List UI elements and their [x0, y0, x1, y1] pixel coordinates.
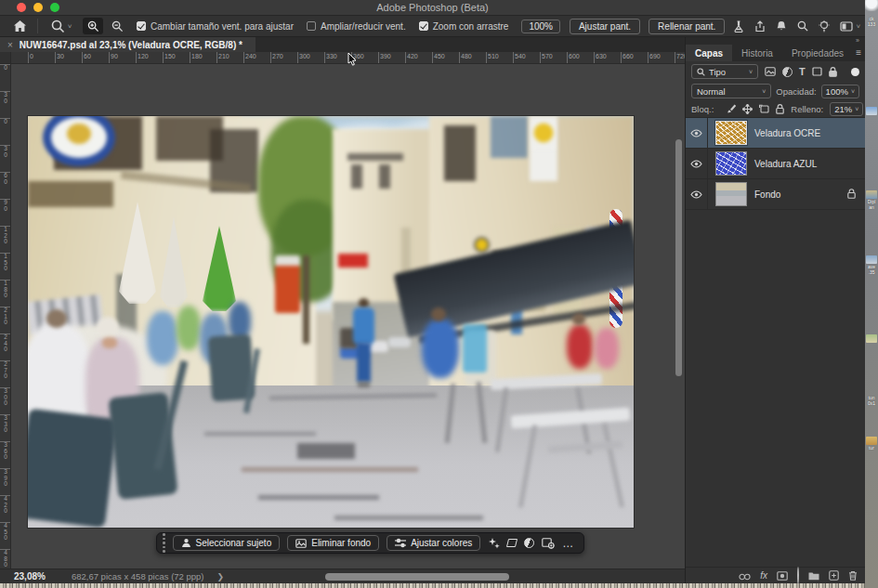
panel-menu-icon[interactable]: ≡ [856, 48, 861, 58]
layer-name[interactable]: Veladura OCRE [754, 128, 820, 138]
filter-pixel-layers-icon[interactable] [765, 67, 776, 76]
layer-name[interactable]: Veladura AZUL [754, 159, 817, 169]
vertical-ruler[interactable]: 03 003 06 09 01 2 01 5 01 8 02 1 02 4 02… [0, 52, 11, 568]
scrubby-zoom-checkbox[interactable]: Zoom con arrastre [419, 21, 509, 32]
ruler-label: 660 [622, 53, 634, 59]
checkbox-checked [419, 21, 428, 31]
ruler-label: 480 [461, 53, 472, 59]
share-icon[interactable] [754, 20, 766, 33]
home-button[interactable] [9, 18, 30, 34]
more-options-icon[interactable]: … [562, 537, 574, 550]
taskbar-drag-handle[interactable] [163, 533, 165, 553]
ruler-label: 270 [272, 53, 283, 59]
filter-shape-layers-icon[interactable] [812, 67, 822, 76]
ruler-label: 2 4 0 [2, 334, 9, 353]
filter-type-select[interactable]: Tipo ˅ [691, 64, 758, 79]
ruler-label: 630 [596, 53, 607, 59]
search-icon [697, 68, 705, 76]
lock-pixels-brush-icon[interactable] [727, 104, 736, 114]
fill-value[interactable]: 21%˅ [830, 102, 863, 116]
titlebar: Adobe Photoshop (Beta) [0, 0, 865, 15]
visibility-eye-icon[interactable] [686, 149, 708, 178]
close-document-icon[interactable]: × [7, 40, 13, 50]
document-title: NUW16647.psd al 23,1% (Veladura OCRE, RG… [20, 40, 242, 50]
zoom-percentage-field[interactable]: 100% [521, 20, 560, 33]
desktop-file-label: .35 [866, 269, 877, 275]
blend-mode-select[interactable]: Normal ˅ [691, 84, 771, 98]
ruler-label: 0 [2, 119, 9, 125]
transform-icon[interactable] [507, 539, 517, 547]
delete-layer-trash-icon[interactable] [848, 568, 858, 584]
desktop-edge-strip: ck133 Diplan ave.35 tun0x1 tur [865, 0, 878, 588]
ruler-label: 3 9 0 [2, 469, 9, 488]
zoom-in-button[interactable] [83, 18, 103, 34]
zoom-out-button[interactable] [107, 18, 127, 34]
ruler-label: 6 0 [2, 173, 9, 185]
layer-row-veladura-ocre[interactable]: Veladura OCRE [686, 118, 865, 149]
status-zoom-level[interactable]: 23,08% [14, 571, 46, 581]
filter-smart-objects-icon[interactable] [829, 67, 837, 77]
select-subject-button[interactable]: Seleccionar sujeto [173, 535, 281, 551]
zoom-all-windows-checkbox[interactable]: Ampliar/reducir vent. [307, 21, 406, 32]
desktop-file-label: 0x1 [866, 400, 877, 406]
canvas-image[interactable] [28, 116, 634, 528]
sliders-icon [395, 538, 406, 548]
notifications-bell-icon[interactable] [776, 20, 787, 33]
new-group-icon[interactable] [808, 568, 819, 584]
layer-name[interactable]: Fondo [754, 189, 780, 200]
ruler-label: 420 [407, 53, 418, 59]
ruler-label: 120 [138, 53, 149, 59]
harmonize-image-icon[interactable] [542, 538, 555, 549]
filter-pin-toggle[interactable] [851, 68, 859, 76]
collapse-panels-icon[interactable]: » [686, 37, 865, 45]
ruler-label: 3 0 [2, 146, 9, 158]
tab-properties[interactable]: Propiedades [782, 45, 853, 61]
link-layers-icon[interactable] [739, 568, 751, 584]
zoom-tool-button[interactable]: ˅ [46, 18, 77, 34]
adjustment-icon[interactable] [524, 538, 534, 548]
lock-all-icon[interactable] [776, 104, 784, 114]
layer-style-fx-icon[interactable]: fx [760, 570, 767, 581]
tab-history[interactable]: Historia [732, 45, 782, 61]
status-chevron-icon[interactable]: ❯ [217, 572, 225, 581]
visibility-eye-icon[interactable] [686, 118, 708, 148]
layer-lock-icon [847, 186, 856, 203]
layer-thumbnail[interactable] [715, 151, 747, 176]
document-tab[interactable]: × NUW16647.psd al 23,1% (Veladura OCRE, … [0, 37, 256, 52]
fit-screen-button[interactable]: Ajustar pant. [570, 19, 640, 34]
discover-lightbulb-icon[interactable] [819, 20, 830, 33]
remove-background-button[interactable]: Eliminar fondo [287, 535, 379, 551]
search-icon[interactable] [797, 20, 808, 32]
layer-row-veladura-azul[interactable]: Veladura AZUL [686, 149, 865, 179]
ruler-label: 720 [676, 53, 685, 59]
filter-type-layers-icon[interactable]: T [799, 66, 806, 77]
lock-position-icon[interactable] [742, 104, 753, 114]
layer-row-fondo[interactable]: Fondo [686, 179, 865, 210]
add-layer-mask-icon[interactable] [777, 568, 788, 584]
beta-flask-icon[interactable] [733, 20, 744, 33]
horizontal-scrollbar[interactable] [325, 573, 509, 581]
tab-layers[interactable]: Capas [686, 45, 732, 61]
fill-screen-button[interactable]: Rellenar pant. [649, 19, 725, 34]
visibility-eye-icon[interactable] [686, 179, 708, 209]
new-adjustment-layer-icon[interactable] [797, 568, 799, 584]
opacity-value[interactable]: 100%˅ [821, 85, 859, 98]
lock-artboard-icon[interactable] [759, 104, 769, 113]
fill-label: Relleno: [791, 104, 823, 114]
new-layer-icon[interactable] [829, 568, 839, 584]
workspace-switcher-icon[interactable]: ˅ [840, 21, 860, 32]
resize-windows-to-fit-checkbox[interactable]: Cambiar tamaño vent. para ajustar [137, 21, 294, 32]
generative-sparkle-icon[interactable] [488, 537, 500, 549]
adjust-colors-button[interactable]: Ajustar colores [387, 535, 480, 551]
ruler-origin-corner[interactable] [0, 52, 11, 64]
ruler-label: 600 [569, 53, 580, 59]
filter-adjustment-layers-icon[interactable] [782, 67, 793, 77]
blend-mode-row: Normal ˅ Opacidad: 100%˅ [686, 82, 865, 100]
panel-tab-bar: Capas Historia Propiedades ≡ [686, 45, 865, 61]
layer-thumbnail[interactable] [715, 182, 747, 206]
document-tab-bar: × NUW16647.psd al 23,1% (Veladura OCRE, … [0, 37, 685, 52]
layer-thumbnail[interactable] [715, 121, 747, 145]
ruler-label: 690 [649, 53, 661, 59]
vertical-scrollbar[interactable] [675, 139, 682, 376]
ruler-label: 90 [111, 53, 118, 59]
